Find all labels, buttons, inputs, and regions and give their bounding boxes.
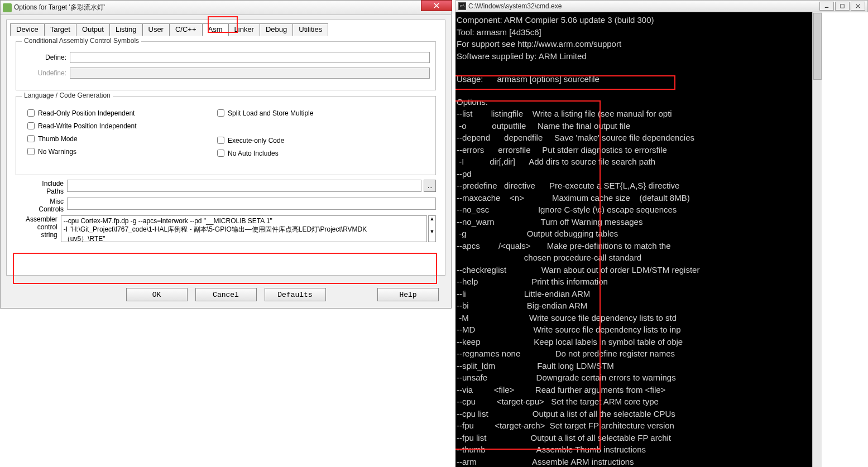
- minimize-button[interactable]: [819, 2, 834, 11]
- chk-ropi[interactable]: Read-Only Position Independent: [25, 108, 181, 118]
- row-include-paths: Include Paths ...: [16, 180, 436, 195]
- dialog-titlebar[interactable]: Options for Target '多彩流水灯': [1, 1, 451, 15]
- asm-panel: Conditional Assembly Control Symbols Def…: [10, 36, 442, 275]
- chk-rwpi[interactable]: Read-Write Position Independent: [25, 121, 181, 131]
- app-icon: [3, 3, 12, 12]
- tab-debug[interactable]: Debug: [260, 23, 293, 36]
- tab-cpp[interactable]: C/C++: [169, 23, 203, 36]
- scroll-up-icon[interactable]: ▲: [429, 216, 435, 229]
- row-misc-controls: Misc Controls: [16, 198, 436, 213]
- terminal-output[interactable]: Component: ARM Compiler 5.06 update 3 (b…: [455, 12, 812, 467]
- options-dialog: Options for Target '多彩流水灯' Device Target…: [0, 0, 452, 309]
- cmd-options-header: Options:: [457, 97, 488, 107]
- maximize-button[interactable]: [835, 2, 850, 11]
- include-paths-input[interactable]: [67, 180, 421, 192]
- cmd-usage: Usage: armasm [options] sourcefile: [457, 74, 600, 84]
- include-paths-label: Include Paths: [16, 180, 67, 195]
- group-cond-legend: Conditional Assembly Control Symbols: [22, 37, 141, 45]
- ok-button[interactable]: OK: [126, 288, 188, 301]
- cmd-options-list: --list listingfile Write a listing file …: [457, 109, 699, 466]
- define-label: Define:: [22, 54, 70, 61]
- chk-execonly[interactable]: Execute-only Code: [215, 135, 313, 146]
- tab-listing[interactable]: Listing: [109, 23, 143, 36]
- chk-noauto[interactable]: No Auto Includes: [215, 148, 313, 158]
- tab-user[interactable]: User: [142, 23, 170, 36]
- chk-nowarn[interactable]: No Warnings: [25, 146, 181, 157]
- tab-output[interactable]: Output: [76, 23, 110, 36]
- tab-strip: Device Target Output Listing User C/C++ …: [10, 23, 442, 36]
- define-input[interactable]: [70, 52, 430, 63]
- scroll-down-icon[interactable]: ▼: [429, 229, 435, 242]
- misc-controls-input[interactable]: [67, 198, 436, 210]
- chk-thumb[interactable]: Thumb Mode: [25, 133, 181, 144]
- svg-rect-0: [841, 4, 844, 8]
- misc-controls-label: Misc Controls: [16, 198, 67, 213]
- cmd-title: C:\Windows\system32\cmd.exe: [468, 2, 819, 10]
- undefine-input: [70, 68, 430, 79]
- group-langgen: Language / Code Generation Read-Only Pos…: [16, 96, 436, 175]
- dialog-body: Device Target Output Listing User C/C++ …: [6, 20, 445, 276]
- close-button-cmd[interactable]: [851, 2, 865, 11]
- cmd-scrollbar[interactable]: [812, 12, 822, 467]
- asm-string-textarea[interactable]: --cpu Cortex-M7.fp.dp -g --apcs=interwor…: [61, 215, 427, 242]
- chk-split[interactable]: Split Load and Store Multiple: [215, 108, 313, 118]
- tab-device[interactable]: Device: [10, 23, 45, 36]
- cmd-header: Component: ARM Compiler 5.06 update 3 (b…: [457, 15, 654, 61]
- help-button[interactable]: Help: [377, 288, 439, 301]
- close-icon: [434, 3, 439, 8]
- cmd-icon: c:\: [458, 2, 466, 10]
- defaults-button[interactable]: Defaults: [265, 288, 326, 301]
- cmd-window: c:\ C:\Windows\system32\cmd.exe Componen…: [455, 0, 868, 467]
- cmd-scrollbar-thumb[interactable]: [813, 13, 822, 80]
- dialog-button-row: OK Cancel Defaults Help: [1, 288, 451, 301]
- tab-utilities[interactable]: Utilities: [292, 23, 328, 36]
- group-langgen-legend: Language / Code Generation: [22, 92, 113, 99]
- asm-string-label: Assembler control string: [16, 215, 61, 242]
- tab-target[interactable]: Target: [44, 23, 76, 36]
- undefine-label: Undefine:: [22, 69, 70, 77]
- group-cond-symbols: Conditional Assembly Control Symbols Def…: [16, 41, 436, 90]
- cmd-titlebar[interactable]: c:\ C:\Windows\system32\cmd.exe: [455, 0, 868, 12]
- cancel-button[interactable]: Cancel: [195, 288, 257, 301]
- dialog-title: Options for Target '多彩流水灯': [14, 3, 449, 12]
- close-button[interactable]: [421, 0, 452, 11]
- tab-linker[interactable]: Linker: [228, 23, 260, 36]
- row-asm-string: Assembler control string --cpu Cortex-M7…: [16, 215, 436, 242]
- include-paths-browse-button[interactable]: ...: [424, 180, 436, 192]
- tab-asm[interactable]: Asm: [202, 23, 229, 36]
